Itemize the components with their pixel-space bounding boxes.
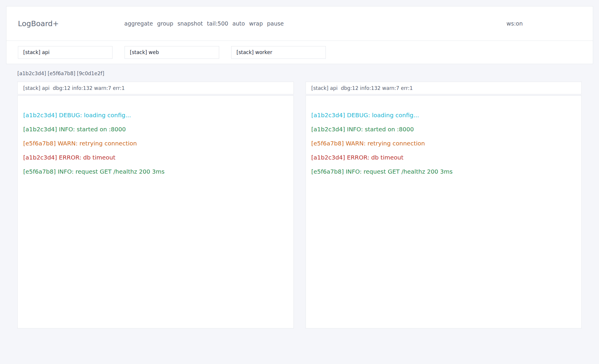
panel-stack-label: [stack] api [23, 85, 50, 91]
log-line: [a1b2c3d4] INFO: started on :8000 [23, 122, 288, 136]
panel-counts: dbg:12 info:132 warn:7 err:1 [341, 85, 413, 91]
ws-status: ws:on [506, 6, 523, 41]
menu-item-pause[interactable]: pause [267, 20, 284, 27]
log-line: [e5f6a7b8] INFO: request GET /healthz 20… [311, 165, 576, 179]
top-card: LogBoard+ aggregategroupsnapshottail:500… [6, 6, 593, 64]
panel-stack-label: [stack] api [311, 85, 338, 91]
menu-item-aggregate[interactable]: aggregate [124, 20, 153, 27]
log-panel-body[interactable]: [a1b2c3d4] DEBUG: loading config...[a1b2… [17, 95, 294, 328]
log-panel-1: [stack] apidbg:12 info:132 warn:7 err:1[… [17, 82, 294, 328]
log-line: [e5f6a7b8] WARN: retrying connection [311, 136, 576, 150]
log-line: [e5f6a7b8] WARN: retrying connection [23, 136, 288, 150]
toolbar: LogBoard+ aggregategroupsnapshottail:500… [6, 6, 593, 41]
filter-input-1[interactable] [18, 46, 113, 59]
log-panel-body[interactable]: [a1b2c3d4] DEBUG: loading config...[a1b2… [306, 95, 582, 328]
log-line: [a1b2c3d4] ERROR: db timeout [311, 150, 576, 165]
app-title: LogBoard+ [18, 19, 59, 28]
log-panel-header: [stack] apidbg:12 info:132 warn:7 err:1 [306, 82, 582, 94]
log-line: [a1b2c3d4] DEBUG: loading config... [311, 108, 576, 122]
log-panel-header: [stack] apidbg:12 info:132 warn:7 err:1 [17, 82, 294, 94]
log-line: [a1b2c3d4] ERROR: db timeout [23, 150, 288, 165]
log-panel-2: [stack] apidbg:12 info:132 warn:7 err:1[… [306, 82, 582, 328]
menu-item-tail-500[interactable]: tail:500 [207, 20, 228, 27]
panel-counts: dbg:12 info:132 warn:7 err:1 [53, 85, 125, 91]
toolbar-menu: aggregategroupsnapshottail:500autowrappa… [124, 6, 284, 41]
menu-item-group[interactable]: group [157, 20, 173, 27]
filter-input-2[interactable] [125, 46, 219, 59]
log-line: [e5f6a7b8] INFO: request GET /healthz 20… [23, 165, 288, 179]
session-ids: [a1b2c3d4] [e5f6a7b8] [9c0d1e2f] [17, 71, 104, 76]
filter-bar [6, 41, 593, 64]
panels: [stack] apidbg:12 info:132 warn:7 err:1[… [17, 82, 582, 328]
menu-item-auto[interactable]: auto [232, 20, 245, 27]
log-line: [a1b2c3d4] DEBUG: loading config... [23, 108, 288, 122]
menu-item-wrap[interactable]: wrap [249, 20, 263, 27]
log-line: [a1b2c3d4] INFO: started on :8000 [311, 122, 576, 136]
menu-item-snapshot[interactable]: snapshot [177, 20, 203, 27]
filter-input-3[interactable] [231, 46, 326, 59]
